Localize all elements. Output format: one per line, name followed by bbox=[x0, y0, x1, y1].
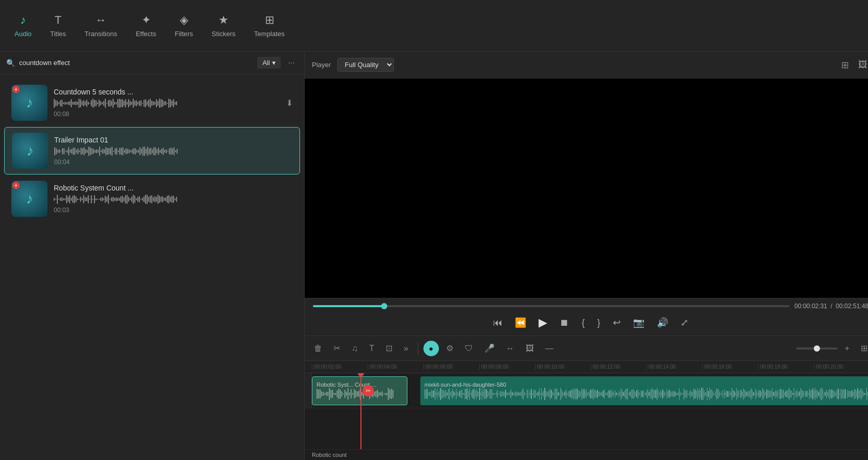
insert-button[interactable]: ↩ bbox=[609, 315, 625, 330]
progress-fill bbox=[313, 305, 384, 307]
audio-info: Robotic System Count ... 00:03 bbox=[54, 184, 293, 214]
crop-button[interactable]: ⊡ bbox=[382, 341, 397, 355]
shield-button[interactable]: 🛡 bbox=[461, 342, 477, 355]
text-button[interactable]: T bbox=[365, 342, 378, 355]
ruler-mark: 00:00:16:00 bbox=[702, 364, 758, 370]
quality-select[interactable]: Full Quality Half Quality bbox=[337, 58, 394, 72]
timeline-toolbar: 🗑 ✂ ♫ T ⊡ » ● ⚙ 🛡 🎤 ↔ 🖼 — + bbox=[305, 336, 868, 361]
cut-button[interactable]: ✂ bbox=[329, 341, 344, 355]
nav-stickers-label: Stickers bbox=[212, 30, 235, 38]
mark-in-button[interactable]: { bbox=[577, 315, 589, 330]
zoom-track[interactable] bbox=[796, 347, 838, 350]
zoom-out-button[interactable]: — bbox=[541, 342, 558, 355]
list-item[interactable]: ♪ Trailer Impact 01 00:04 bbox=[4, 127, 300, 175]
active-tool-button[interactable]: ● bbox=[423, 341, 439, 356]
ruler-mark: 00:00:10:00 bbox=[535, 364, 591, 370]
progress-thumb bbox=[381, 303, 387, 309]
badge-icon: ♥ bbox=[12, 86, 20, 93]
music-note-icon: ♪ bbox=[26, 142, 34, 159]
search-input[interactable] bbox=[19, 59, 253, 67]
bottom-clip-label: Robotic count bbox=[305, 449, 868, 460]
list-item[interactable]: ♥ ♪ Countdown 5 seconds ... 00:08 ⬇ bbox=[4, 80, 300, 126]
track-content: Robotic Syst... Count ... ✂ mixkit-sun-a… bbox=[312, 373, 868, 408]
volume-button[interactable]: 🔊 bbox=[653, 315, 672, 330]
clip-waveform bbox=[317, 388, 403, 400]
audio-detach-button[interactable]: ♫ bbox=[348, 342, 362, 355]
nav-transitions-label: Transitions bbox=[85, 30, 117, 38]
main-body: 🔍 All ▾ ··· ♥ ♪ Countdown 5 seconds ... … bbox=[0, 52, 868, 460]
audio-thumbnail: ♥ ♪ bbox=[11, 85, 48, 121]
nav-titles-label: Titles bbox=[50, 30, 66, 38]
ruler-mark: 00:00:04:00 bbox=[368, 364, 423, 370]
clip-block-music[interactable]: mixkit-sun-and-his-daughter-580 bbox=[420, 376, 868, 405]
nav-effects[interactable]: ✦ Effects bbox=[127, 9, 166, 42]
titles-icon: T bbox=[55, 13, 61, 27]
settings-button[interactable]: ⚙ bbox=[442, 341, 457, 355]
audio-thumbnail: ♪ bbox=[12, 133, 48, 169]
stop-button[interactable]: ⏹ bbox=[556, 315, 573, 330]
mic-button[interactable]: 🎤 bbox=[480, 341, 499, 355]
player-header: Player Full Quality Half Quality ⊞ 🖼 bbox=[305, 52, 868, 78]
mark-out-button[interactable]: } bbox=[593, 315, 605, 330]
delete-button[interactable]: 🗑 bbox=[310, 342, 326, 355]
audio-title: Trailer Impact 01 bbox=[54, 136, 292, 144]
list-item[interactable]: ♥ ♪ Robotic System Count ... 00:03 bbox=[4, 176, 300, 222]
toolbar-separator bbox=[418, 342, 418, 355]
progress-track[interactable] bbox=[313, 305, 790, 307]
nav-titles[interactable]: T Titles bbox=[41, 9, 75, 42]
ruler-mark: 00:00:18:00 bbox=[758, 364, 814, 370]
track-row: Robotic Syst... Count ... ✂ mixkit-sun-a… bbox=[305, 373, 868, 408]
transition-button[interactable]: ↔ bbox=[502, 342, 518, 355]
search-bar: 🔍 All ▾ ··· bbox=[0, 52, 304, 74]
audio-waveform bbox=[54, 194, 293, 204]
nav-audio[interactable]: ♪ Audio bbox=[5, 9, 41, 42]
ruler-mark: 00:00:20:00 bbox=[814, 364, 868, 370]
time-display: 00:00:02:31 / 00:02:51:48 bbox=[795, 303, 868, 310]
nav-transitions[interactable]: ↔ Transitions bbox=[75, 9, 127, 42]
nav-templates[interactable]: ⊞ Templates bbox=[245, 9, 294, 42]
play-button[interactable]: ▶ bbox=[534, 314, 551, 331]
filter-button[interactable]: All ▾ bbox=[257, 57, 280, 69]
search-icon: 🔍 bbox=[6, 59, 15, 67]
grid-view-button[interactable]: ⊞ bbox=[839, 57, 851, 73]
clip-waveform-music bbox=[424, 388, 868, 400]
transitions-icon: ↔ bbox=[95, 13, 106, 27]
audio-waveform bbox=[54, 146, 292, 156]
more-options-button[interactable]: ··· bbox=[285, 57, 298, 69]
track-label bbox=[305, 373, 312, 408]
player-label: Player bbox=[312, 61, 331, 69]
nav-effects-label: Effects bbox=[136, 30, 156, 38]
resize-button[interactable]: ⤢ bbox=[676, 315, 692, 330]
audio-title: Robotic System Count ... bbox=[54, 184, 293, 192]
layout-button[interactable]: ⊞ bbox=[857, 341, 868, 355]
ruler-mark: 00:00:02:00 bbox=[312, 364, 368, 370]
ruler-mark: 00:00:14:00 bbox=[646, 364, 702, 370]
snapshot-button[interactable]: 📷 bbox=[629, 315, 649, 330]
nav-filters[interactable]: ◈ Filters bbox=[165, 9, 202, 42]
zoom-control bbox=[796, 347, 838, 350]
nav-filters-label: Filters bbox=[175, 30, 193, 38]
audio-title: Countdown 5 seconds ... bbox=[54, 88, 280, 96]
audio-duration: 00:08 bbox=[54, 110, 280, 118]
scissors-icon: ✂ bbox=[362, 385, 374, 396]
video-area bbox=[305, 78, 868, 298]
nav-stickers[interactable]: ★ Stickers bbox=[202, 9, 245, 42]
image-button[interactable]: 🖼 bbox=[522, 342, 538, 355]
rewind-button[interactable]: ⏮ bbox=[489, 315, 507, 330]
playhead[interactable] bbox=[360, 373, 361, 449]
ruler-mark: 00:00:12:00 bbox=[591, 364, 646, 370]
fullscreen-button[interactable]: 🖼 bbox=[856, 57, 868, 73]
clip-block-robotic[interactable]: Robotic Syst... Count ... ✂ bbox=[312, 376, 407, 405]
audio-list: ♥ ♪ Countdown 5 seconds ... 00:08 ⬇ ♪ Tr… bbox=[0, 74, 304, 460]
zoom-in-button[interactable]: + bbox=[841, 342, 854, 355]
timeline-ruler: 00:00:02:0000:00:04:0000:00:06:0000:00:0… bbox=[305, 361, 868, 373]
download-icon[interactable]: ⬇ bbox=[286, 98, 293, 108]
more-tools-button[interactable]: » bbox=[400, 342, 413, 355]
step-back-button[interactable]: ⏪ bbox=[511, 315, 530, 330]
audio-info: Countdown 5 seconds ... 00:08 bbox=[54, 88, 280, 118]
player-header-actions: ⊞ 🖼 bbox=[839, 57, 868, 73]
nav-audio-label: Audio bbox=[14, 30, 31, 38]
audio-waveform bbox=[54, 98, 280, 108]
clip-name-music: mixkit-sun-and-his-daughter-580 bbox=[424, 382, 868, 388]
top-navigation: ♪ Audio T Titles ↔ Transitions ✦ Effects… bbox=[0, 0, 868, 52]
